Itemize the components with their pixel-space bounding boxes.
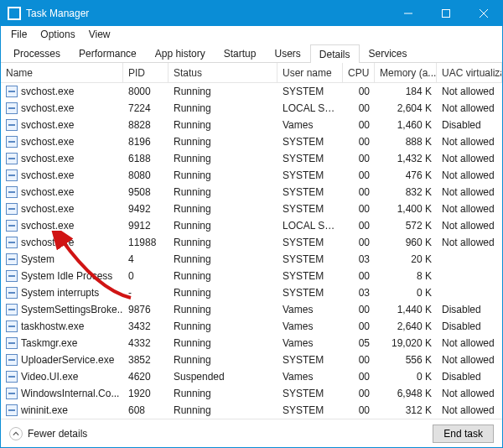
tab-processes[interactable]: Processes (4, 44, 70, 62)
cell-mem: 6,948 K (375, 388, 437, 399)
table-row[interactable]: taskhostw.exe3432RunningVames002,640 KDi… (1, 318, 502, 335)
process-icon (6, 404, 18, 416)
table-row[interactable]: WindowsInternal.Co...1920RunningSYSTEM00… (1, 385, 502, 402)
table-row[interactable]: svchost.exe6188RunningSYSTEM001,432 KNot… (1, 150, 502, 167)
cell-user: Vames (277, 337, 343, 349)
cell-uac: Not allowed (437, 186, 502, 198)
cell-mem: 2,604 K (375, 102, 437, 114)
cell-pid: 3432 (123, 320, 169, 332)
table-row[interactable]: wininit.exe608RunningSYSTEM00312 KNot al… (1, 402, 502, 419)
cell-mem: 312 K (375, 404, 437, 416)
table-row[interactable]: svchost.exe11988RunningSYSTEM00960 KNot … (1, 234, 502, 251)
cell-pid: 6188 (123, 153, 169, 164)
grid-header: Name PID Status User name CPU Memory (a.… (1, 63, 502, 83)
cell-uac: Not allowed (437, 354, 502, 366)
fewer-details-button[interactable]: Fewer details (9, 427, 87, 440)
col-name[interactable]: Name (1, 63, 123, 82)
cell-pid: 9876 (123, 304, 169, 315)
cell-cpu: 00 (343, 203, 375, 215)
cell-status: Running (169, 102, 277, 114)
cell-cpu: 00 (343, 86, 375, 97)
menu-options[interactable]: Options (34, 27, 81, 42)
col-user[interactable]: User name (277, 63, 343, 82)
cell-user: LOCAL SE... (277, 220, 343, 232)
cell-status: Running (169, 320, 277, 332)
cell-mem: 960 K (375, 237, 437, 248)
cell-cpu: 00 (343, 404, 375, 416)
cell-uac: Disabled (437, 371, 502, 383)
cell-name: WindowsInternal.Co... (21, 388, 119, 399)
cell-uac: Disabled (437, 304, 502, 315)
cell-mem: 8 K (375, 270, 437, 282)
cell-pid: 8828 (123, 119, 169, 131)
cell-user: SYSTEM (277, 169, 343, 181)
cell-uac: Not allowed (437, 102, 502, 114)
maximize-button[interactable] (427, 1, 464, 26)
table-row[interactable]: svchost.exe8196RunningSYSTEM00888 KNot a… (1, 133, 502, 150)
col-pid[interactable]: PID (123, 63, 169, 82)
process-icon (6, 337, 18, 349)
cell-mem: 1,432 K (375, 153, 437, 164)
cell-mem: 1,460 K (375, 119, 437, 131)
process-icon (6, 253, 18, 265)
table-row[interactable]: svchost.exe8828RunningVames001,460 KDisa… (1, 117, 502, 133)
table-row[interactable]: svchost.exe9492RunningSYSTEM001,400 KNot… (1, 201, 502, 217)
cell-user: SYSTEM (277, 237, 343, 248)
tab-details[interactable]: Details (310, 44, 360, 63)
process-icon (6, 86, 18, 97)
cell-cpu: 00 (343, 388, 375, 399)
table-row[interactable]: svchost.exe9912RunningLOCAL SE...00572 K… (1, 217, 502, 234)
table-row[interactable]: System Idle Process0RunningSYSTEM008 K (1, 268, 502, 284)
col-cpu[interactable]: CPU (343, 63, 375, 82)
col-mem[interactable]: Memory (a... (375, 63, 437, 82)
tab-startup[interactable]: Startup (215, 44, 266, 62)
table-row[interactable]: SystemSettingsBroke...9876RunningVames00… (1, 301, 502, 318)
process-icon (6, 102, 18, 114)
cell-name: Video.UI.exe (21, 371, 79, 383)
cell-user: SYSTEM (277, 203, 343, 215)
close-button[interactable] (464, 1, 502, 26)
col-status[interactable]: Status (169, 63, 277, 82)
cell-status: Running (169, 153, 277, 164)
cell-mem: 0 K (375, 287, 437, 299)
tab-app-history[interactable]: App history (146, 44, 215, 62)
table-row[interactable]: System4RunningSYSTEM0320 K (1, 251, 502, 268)
tab-users[interactable]: Users (265, 44, 309, 62)
cell-uac: Not allowed (437, 237, 502, 248)
cell-cpu: 00 (343, 371, 375, 383)
cell-name: taskhostw.exe (21, 320, 84, 332)
table-row[interactable]: svchost.exe8000RunningSYSTEM00184 KNot a… (1, 83, 502, 100)
cell-mem: 476 K (375, 169, 437, 181)
table-row[interactable]: svchost.exe8080RunningSYSTEM00476 KNot a… (1, 167, 502, 184)
menu-file[interactable]: File (4, 27, 34, 42)
cell-status: Running (169, 136, 277, 148)
cell-cpu: 00 (343, 304, 375, 315)
menu-view[interactable]: View (82, 27, 117, 42)
table-row[interactable]: svchost.exe7224RunningLOCAL SE...002,604… (1, 100, 502, 117)
cell-pid: 4620 (123, 371, 169, 383)
tab-services[interactable]: Services (360, 44, 417, 62)
cell-pid: 0 (123, 270, 169, 282)
cell-cpu: 00 (343, 270, 375, 282)
end-task-button[interactable]: End task (433, 425, 494, 443)
cell-name: Taskmgr.exe (21, 337, 77, 349)
process-icon (6, 304, 18, 315)
col-uac[interactable]: UAC virtualizat... (437, 63, 502, 82)
tab-performance[interactable]: Performance (70, 44, 146, 62)
cell-pid: 1920 (123, 388, 169, 399)
table-row[interactable]: UploaderService.exe3852RunningSYSTEM0055… (1, 352, 502, 368)
cell-pid: 3852 (123, 354, 169, 366)
process-icon (6, 371, 18, 383)
titlebar[interactable]: Task Manager (1, 1, 502, 26)
cell-status: Running (169, 220, 277, 232)
cell-name: svchost.exe (21, 186, 74, 198)
cell-pid: 9912 (123, 220, 169, 232)
table-row[interactable]: Video.UI.exe4620SuspendedVames000 KDisab… (1, 368, 502, 385)
table-row[interactable]: Taskmgr.exe4332RunningVames0519,020 KNot… (1, 335, 502, 352)
minimize-button[interactable] (389, 1, 427, 26)
table-row[interactable]: System interrupts-RunningSYSTEM030 K (1, 284, 502, 301)
cell-uac: Disabled (437, 119, 502, 131)
cell-cpu: 00 (343, 354, 375, 366)
table-row[interactable]: svchost.exe9508RunningSYSTEM00832 KNot a… (1, 184, 502, 201)
cell-uac: Not allowed (437, 153, 502, 164)
